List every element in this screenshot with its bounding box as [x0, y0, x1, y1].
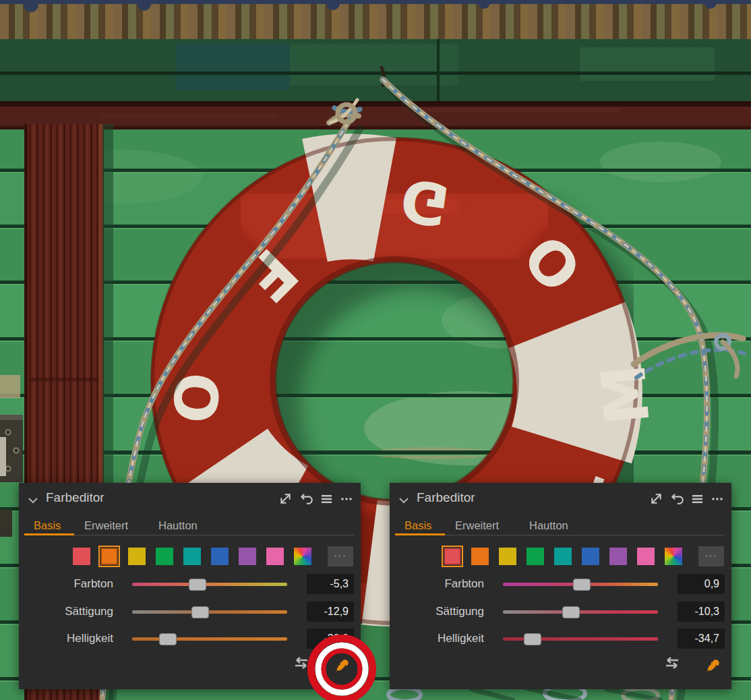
more-colors-button[interactable]: ··· [328, 546, 353, 566]
hue-slider-handle[interactable] [573, 579, 591, 591]
swatch-orange[interactable] [471, 548, 489, 565]
hue-slider-track[interactable] [503, 583, 658, 586]
lightness-slider-handle[interactable] [159, 633, 177, 645]
tab-basis[interactable]: Basis [34, 519, 61, 532]
chevron-down-icon[interactable] [398, 497, 409, 504]
swatch-pink[interactable] [637, 548, 655, 565]
lightness-slider-handle[interactable] [524, 633, 541, 645]
undo-icon[interactable] [670, 492, 684, 505]
saturation-value[interactable]: -10,3 [678, 602, 725, 622]
more-icon[interactable] [711, 497, 723, 501]
chevron-down-icon[interactable] [28, 497, 38, 504]
color-swatch-row [444, 548, 682, 565]
color-editor-panel-left: Farbeditor Basis Erweitert Hautton ··· F… [19, 483, 361, 689]
menu-icon[interactable] [691, 494, 704, 504]
hue-slider-track[interactable] [132, 583, 287, 586]
expand-icon[interactable] [279, 492, 292, 505]
eyedropper-icon[interactable] [702, 657, 722, 677]
saturation-slider-track[interactable] [132, 610, 287, 614]
lightness-slider-track[interactable] [503, 637, 658, 641]
svg-text:M: M [587, 361, 663, 428]
more-colors-button[interactable]: ··· [698, 546, 724, 566]
swatch-blue[interactable] [582, 548, 599, 565]
swatch-purple[interactable] [239, 548, 256, 565]
svg-text:G: G [396, 166, 453, 239]
lightness-slider-track[interactable] [132, 637, 287, 641]
panel-title: Farbeditor [417, 490, 475, 505]
color-editor-panel-right: Farbeditor Basis Erweitert Hautton ··· F… [390, 483, 731, 689]
upper-planks [0, 39, 751, 104]
tab-hautton[interactable]: Hautton [158, 519, 198, 532]
lightness-value[interactable]: -30,9 [307, 629, 354, 649]
hue-label: Farbton [390, 574, 484, 594]
swatch-blue[interactable] [211, 548, 229, 565]
swatch-yellow[interactable] [499, 548, 516, 565]
eyedropper-icon[interactable] [331, 657, 351, 677]
swatch-orange-selected[interactable] [100, 548, 118, 565]
swatch-red[interactable] [73, 548, 90, 565]
saturation-slider-handle[interactable] [562, 606, 580, 618]
swap-icon[interactable] [663, 655, 681, 670]
tab-divider [396, 535, 725, 535]
screenshot-stage: F G O M E O [0, 0, 751, 700]
swatch-rainbow[interactable] [294, 548, 311, 565]
hue-value[interactable]: -5,3 [307, 574, 354, 594]
hue-slider-handle[interactable] [189, 579, 206, 591]
tab-erweitert[interactable]: Erweitert [84, 519, 128, 532]
lightness-label: Helligkeit [19, 629, 113, 649]
panel-title: Farbeditor [46, 490, 104, 505]
tab-basis[interactable]: Basis [404, 519, 431, 532]
swatch-yellow[interactable] [128, 548, 146, 565]
wood-patch [0, 375, 20, 398]
color-swatch-row [73, 548, 311, 565]
saturation-value[interactable]: -12,9 [307, 602, 354, 622]
swatch-rainbow[interactable] [665, 548, 682, 565]
swatch-teal[interactable] [554, 548, 572, 565]
expand-icon[interactable] [650, 492, 663, 505]
swatch-pink[interactable] [266, 548, 284, 565]
active-tab-indicator [24, 533, 74, 535]
tab-divider [26, 535, 354, 535]
tab-hautton[interactable]: Hautton [529, 519, 568, 532]
lightness-label: Helligkeit [390, 629, 484, 649]
undo-icon[interactable] [299, 492, 313, 505]
swatch-green[interactable] [527, 548, 544, 565]
swatch-teal[interactable] [183, 548, 201, 565]
active-tab-indicator [395, 533, 445, 535]
hue-value[interactable]: 0,9 [678, 574, 725, 594]
more-icon[interactable] [340, 497, 353, 501]
menu-icon[interactable] [320, 494, 333, 504]
saturation-label: Sättigung [19, 602, 113, 622]
swatch-purple[interactable] [609, 548, 627, 565]
saturation-slider-handle[interactable] [191, 606, 209, 618]
swatch-green[interactable] [156, 548, 173, 565]
saturation-slider-track[interactable] [503, 610, 658, 614]
saturation-label: Sättigung [390, 602, 484, 622]
swap-icon[interactable] [293, 655, 310, 670]
tab-erweitert[interactable]: Erweitert [455, 519, 499, 532]
hue-label: Farbton [19, 574, 113, 594]
lightness-value[interactable]: -34,7 [678, 629, 725, 649]
swatch-red-selected[interactable] [444, 548, 461, 565]
